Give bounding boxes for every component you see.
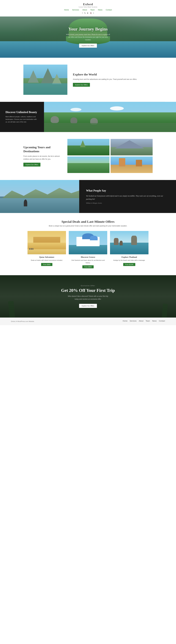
deal-qatar-title: Qatar Adventure	[28, 256, 66, 258]
hero-section: Your Journey Begins With Exford, your jo…	[0, 16, 176, 58]
tours-cta-button[interactable]: Explore Our Offers	[23, 163, 40, 166]
tours-section: Upcoming Tours and Destinations From exo…	[12, 132, 164, 180]
deal-greece-title: Discover Greece	[69, 256, 107, 258]
discover-section: Discover Unlimited Beauty Meet different…	[0, 102, 176, 132]
footer-nav-contact[interactable]: Contact	[159, 320, 165, 322]
social-icons:  𝕏 ● 👻 t	[0, 12, 176, 14]
testimonial-author: William & Megan Jones	[86, 202, 169, 204]
hero-title: Your Journey Begins	[66, 26, 110, 32]
deal-qatar-description: Deals at hotels with desert excursions i…	[28, 259, 66, 262]
nav-team[interactable]: Team	[90, 9, 95, 11]
tours-heading: Upcoming Tours and Destinations	[23, 145, 62, 153]
exclusive-cta-button[interactable]: Explore Our Offers	[79, 304, 97, 308]
site-footer: Exford. A WordPress.com Website. Home Se…	[0, 318, 176, 325]
tour-image-2	[111, 139, 153, 156]
nav-about[interactable]: About	[82, 9, 87, 11]
tours-grid	[67, 139, 153, 173]
exclusive-tag: Exclusive Offer	[6, 285, 170, 286]
testimonial-section: What People Say We booked our honeymoon …	[0, 180, 176, 213]
deal-greece-price[interactable]: From $650	[82, 265, 93, 268]
deal-greece-description: Visit Santorini and learn about its arch…	[69, 259, 107, 264]
exclusive-title: Get 20% Off Your First Trip	[6, 288, 170, 293]
explore-text: Explore the World Amazing tours and fun …	[73, 73, 153, 87]
main-nav: Home Services About Team News Contact	[0, 9, 176, 11]
explore-section: Explore the World Amazing tours and fun …	[12, 58, 164, 102]
deal-qatar-image	[28, 231, 66, 254]
deals-subtitle: Book a unique tour at a great price! Gra…	[11, 225, 165, 227]
discover-heading: Discover Unlimited Beauty	[6, 110, 39, 114]
footer-nav-home[interactable]: Home	[123, 320, 127, 322]
testimonial-quote: We booked our honeymoon with Exford and …	[86, 194, 169, 200]
site-title: Exford	[0, 2, 176, 6]
explore-cta-button[interactable]: Explore Our Offers	[73, 83, 90, 87]
footer-nav-team[interactable]: Team	[146, 320, 150, 322]
deal-qatar-price[interactable]: From $900	[41, 263, 52, 266]
footer-credit: Exford. A WordPress.com Website.	[11, 320, 35, 322]
testimonial-image	[0, 180, 79, 213]
testimonial-content: What People Say We booked our honeymoon …	[79, 180, 176, 213]
tour-image-1	[67, 139, 109, 156]
hero-subtitle: With Exford, your journey starts here. P…	[66, 33, 110, 41]
tours-description: From exotic places to ski resorts, the l…	[23, 155, 62, 160]
explore-image	[23, 64, 67, 95]
deals-grid: Qatar Adventure Deals at hotels with des…	[11, 231, 165, 268]
tour-image-3	[67, 156, 109, 173]
snapchat-icon[interactable]: 👻	[90, 12, 92, 14]
footer-nav-news[interactable]: News	[152, 320, 157, 322]
deal-thailand: Explore Thailand Indulge by the beach an…	[110, 231, 148, 268]
deal-thailand-price[interactable]: From $1200	[123, 263, 135, 266]
discover-text: Discover Unlimited Beauty Meet different…	[0, 102, 44, 132]
tour-image-4	[111, 156, 153, 173]
site-tagline: Luxury Tailor-Made Vacations	[0, 6, 176, 8]
deal-greece-image	[69, 231, 107, 254]
nav-contact[interactable]: Contact	[106, 9, 112, 11]
deal-thailand-title: Explore Thailand	[110, 256, 148, 258]
nav-home[interactable]: Home	[64, 9, 69, 11]
twitter-icon[interactable]: 𝕏	[84, 12, 86, 14]
nav-services[interactable]: Services	[72, 9, 79, 11]
discover-description: Meet different people, cultures, traditi…	[6, 116, 39, 123]
tumblr-icon[interactable]: t	[93, 12, 94, 14]
testimonial-heading: What People Say	[86, 189, 169, 192]
deal-thailand-image	[110, 231, 148, 254]
exclusive-section: Exclusive Offer Get 20% Off Your First T…	[0, 275, 176, 318]
explore-heading: Explore the World	[73, 73, 153, 76]
deals-section: Special Deals and Last-Minute Offers Boo…	[0, 213, 176, 275]
deal-thailand-description: Indulge by the beach and relax with a ma…	[110, 259, 148, 262]
deal-greece: Discover Greece Visit Santorini and lear…	[69, 231, 107, 268]
facebook-icon[interactable]: 	[82, 12, 83, 14]
footer-nav-about[interactable]: About	[139, 320, 143, 322]
nav-news[interactable]: News	[98, 9, 103, 11]
site-header: Exford Luxury Tailor-Made Vacations Home…	[0, 0, 176, 16]
explore-description: Amazing tours and fun adventures are wai…	[73, 78, 153, 81]
instagram-icon[interactable]: ●	[87, 12, 88, 14]
footer-nav-services[interactable]: Services	[130, 320, 136, 322]
deal-qatar: Qatar Adventure Deals at hotels with des…	[28, 231, 66, 268]
hero-cta-button[interactable]: Explore Our Offers	[79, 44, 97, 48]
tours-text: Upcoming Tours and Destinations From exo…	[23, 145, 62, 166]
deals-heading: Special Deals and Last-Minute Offers	[11, 220, 165, 224]
discover-image	[44, 102, 176, 132]
exclusive-subtitle: Who doesn't like a discount? Book with u…	[66, 295, 110, 300]
footer-nav: Home Services About Team News Contact	[123, 320, 165, 322]
